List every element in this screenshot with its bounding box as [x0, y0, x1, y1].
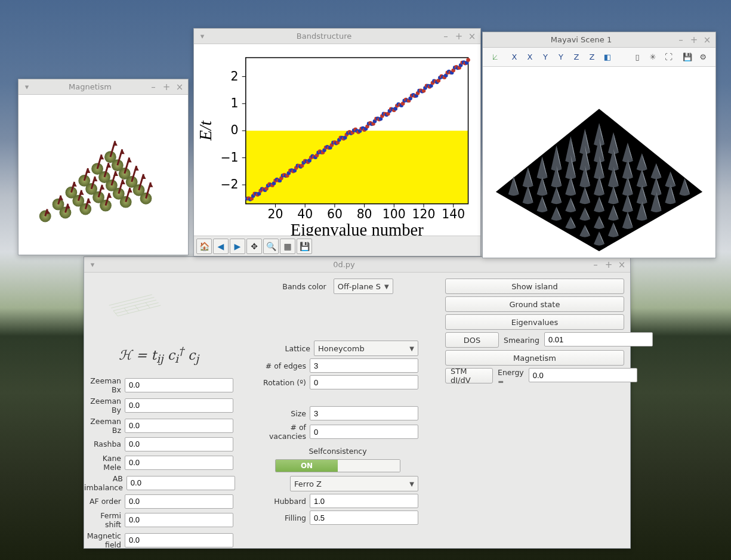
collapse-icon[interactable]: ▾: [198, 32, 207, 41]
band-plot[interactable]: −2−101220406080100120140Eigenvalue numbe…: [194, 44, 480, 236]
svg-marker-23: [79, 190, 84, 195]
row-rashba: Rashba: [84, 437, 233, 451]
minimize-icon[interactable]: –: [591, 259, 600, 270]
minimize-icon[interactable]: –: [149, 82, 158, 92]
bands-color-label: Bands color: [282, 282, 329, 291]
energy-field[interactable]: [529, 368, 637, 382]
axes-indicator-icon[interactable]: ✳: [646, 51, 659, 64]
svg-marker-8: [87, 199, 91, 203]
main-titlebar: ▾ 0d.py – + ×: [84, 257, 630, 273]
maximize-icon[interactable]: +: [454, 31, 464, 42]
energy-label: Energy =: [495, 368, 526, 386]
parallel-projection-icon[interactable]: ▯: [631, 51, 644, 64]
svg-text:E/t: E/t: [196, 120, 215, 141]
back-icon[interactable]: ◀: [213, 239, 229, 254]
forward-icon[interactable]: ▶: [230, 239, 245, 254]
collapse-icon[interactable]: ▾: [22, 82, 32, 91]
filling-field[interactable]: [310, 511, 418, 525]
svg-text:Eigenvalue number: Eigenvalue number: [291, 221, 424, 236]
maximize-icon[interactable]: +: [604, 259, 613, 270]
svg-marker-32: [141, 174, 146, 179]
scf-toggle[interactable]: ON: [275, 459, 400, 472]
subplots-icon[interactable]: ▦: [280, 239, 295, 254]
left-column: ℋ = tij ci† cj Zeeman Bx Zeeman By Zeema…: [84, 279, 233, 552]
plus-y-view-icon[interactable]: Y: [539, 51, 552, 64]
svg-marker-11: [107, 193, 112, 198]
zoom-icon[interactable]: 🔍: [263, 239, 279, 254]
minus-x-view-icon[interactable]: X: [523, 51, 536, 64]
save-scene-icon[interactable]: 💾: [681, 51, 694, 64]
plus-z-view-icon[interactable]: Z: [570, 51, 583, 64]
ab-imbalance-field[interactable]: [127, 476, 235, 490]
close-icon[interactable]: ×: [467, 31, 477, 42]
scf-toggle-off: [338, 460, 400, 472]
save-icon[interactable]: 💾: [297, 239, 312, 254]
svg-point-60: [104, 151, 116, 163]
magnetism-canvas[interactable]: [18, 95, 188, 255]
configure-scene-icon[interactable]: ⚙: [696, 51, 710, 64]
svg-marker-14: [128, 188, 132, 193]
fermi-shift-field[interactable]: [125, 513, 233, 527]
svg-marker-17: [149, 182, 153, 187]
svg-marker-53: [127, 157, 132, 162]
magnetic-field-field[interactable]: [125, 533, 233, 547]
svg-text:100: 100: [383, 207, 406, 221]
minimize-icon[interactable]: –: [676, 35, 686, 45]
lattice-select[interactable]: Honeycomb▼: [314, 341, 418, 356]
close-icon[interactable]: ×: [175, 82, 184, 92]
edges-field[interactable]: [310, 358, 418, 373]
ground-state-button[interactable]: Ground state: [445, 296, 624, 312]
home-icon[interactable]: 🏠: [196, 239, 212, 254]
minus-y-view-icon[interactable]: Y: [554, 51, 567, 64]
dos-button[interactable]: DOS: [445, 332, 499, 348]
eigenvalues-button[interactable]: Eigenvalues: [445, 314, 624, 330]
size-field[interactable]: [310, 406, 418, 420]
vacancies-field[interactable]: [310, 425, 418, 439]
scf-toggle-on: ON: [276, 460, 338, 472]
svg-text:60: 60: [327, 207, 343, 221]
plus-x-view-icon[interactable]: X: [508, 51, 521, 64]
zeeman-by-field[interactable]: [125, 398, 233, 413]
smearing-field[interactable]: [544, 332, 653, 346]
mayavi-title: Mayavi Scene 1: [486, 35, 676, 44]
scf-mode-select[interactable]: Ferro Z▼: [290, 476, 418, 491]
axes-triad-icon[interactable]: ⟀: [489, 51, 502, 64]
middle-column: Bands color Off-plane S▼ LatticeHoneycom…: [257, 279, 418, 527]
svg-text:1: 1: [231, 96, 239, 110]
minus-z-view-icon[interactable]: Z: [585, 51, 599, 64]
svg-marker-29: [121, 180, 125, 184]
mayavi-canvas[interactable]: [483, 67, 715, 258]
bandstructure-titlebar: ▾ Bandstructure – + ×: [194, 29, 480, 44]
collapse-icon[interactable]: ▾: [88, 260, 97, 269]
rotation-field[interactable]: [310, 375, 418, 389]
zeeman-bz-field[interactable]: [125, 419, 233, 433]
pan-icon[interactable]: ✥: [246, 239, 262, 254]
stm-didv-button[interactable]: STM dI/dV: [445, 368, 493, 383]
svg-marker-20: [58, 196, 63, 200]
close-icon[interactable]: ×: [617, 259, 627, 270]
show-island-button[interactable]: Show island: [445, 279, 624, 294]
kane-mele-field[interactable]: [125, 456, 233, 470]
main-title: 0d.py: [97, 260, 591, 269]
close-icon[interactable]: ×: [702, 35, 712, 45]
row-zeeman-bx: Zeeman Bx: [84, 376, 233, 394]
rashba-field[interactable]: [125, 437, 233, 451]
svg-marker-62: [113, 141, 118, 146]
isometric-view-icon[interactable]: ◧: [601, 51, 614, 64]
bandstructure-title: Bandstructure: [207, 32, 441, 41]
row-zeeman-by: Zeeman By: [84, 397, 233, 414]
svg-marker-59: [120, 149, 125, 154]
maximize-icon[interactable]: +: [162, 82, 171, 92]
zeeman-bx-field[interactable]: [125, 378, 233, 392]
lattice-thumbnail: [108, 284, 162, 326]
row-kane-mele: Kane Mele: [84, 454, 233, 472]
maximize-icon[interactable]: +: [689, 35, 699, 45]
af-order-field[interactable]: [125, 494, 233, 509]
hubbard-field[interactable]: [310, 494, 418, 508]
minimize-icon[interactable]: –: [441, 31, 451, 42]
bands-color-select[interactable]: Off-plane S▼: [334, 279, 393, 294]
row-ab-imbalance: AB imbalance: [84, 474, 233, 492]
fullscreen-icon[interactable]: ⛶: [662, 51, 675, 64]
mayavi-window: Mayavi Scene 1 – + × ⟀ X X Y Y Z Z ◧ ▯ ✳…: [482, 32, 716, 258]
magnetism-button[interactable]: Magnetism: [445, 350, 624, 366]
